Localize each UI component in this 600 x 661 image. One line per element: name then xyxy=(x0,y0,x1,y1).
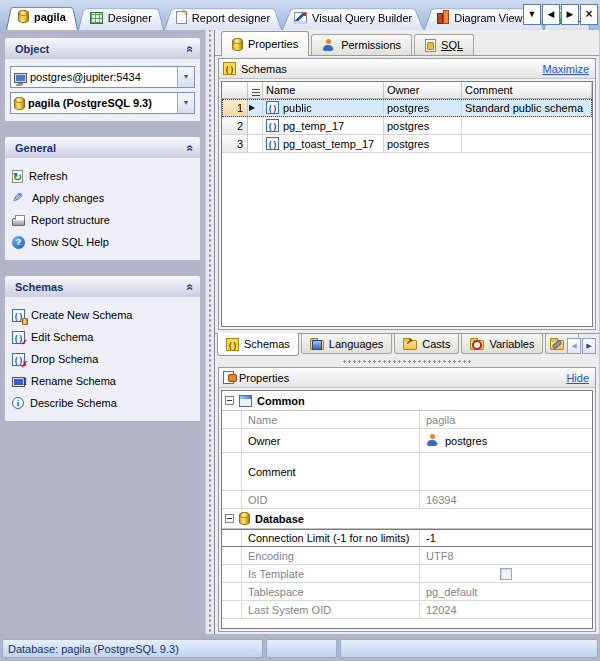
languages-folder-icon xyxy=(310,340,324,350)
refresh-icon xyxy=(12,170,23,183)
tab-properties[interactable]: Properties xyxy=(221,31,309,56)
general-section-header: General « xyxy=(5,137,200,158)
tab-scroll-right-button[interactable]: ▶ xyxy=(561,4,579,25)
row-number-header[interactable] xyxy=(222,82,248,99)
property-row-comment[interactable]: Comment xyxy=(222,453,592,491)
database-icon xyxy=(14,97,25,110)
close-tab-button[interactable]: × xyxy=(580,4,598,25)
tab-schemas[interactable]: Schemas xyxy=(217,333,299,356)
schema-rename-icon xyxy=(12,377,25,387)
category-row-common[interactable]: Common xyxy=(222,391,592,411)
property-row-owner[interactable]: Owner postgres xyxy=(222,429,592,453)
table-row[interactable]: 2 pg_temp_17 postgres xyxy=(222,117,592,135)
schema-icon xyxy=(266,137,279,150)
bottom-tab-scrollers: ◀ ▶ xyxy=(567,338,596,354)
chevron-down-icon[interactable]: ▼ xyxy=(177,93,194,113)
tab-label: Report designer xyxy=(192,6,270,30)
property-row-last-system-oid[interactable]: Last System OID 12024 xyxy=(222,601,592,619)
server-combo[interactable]: postgres@jupiter:5434 ▼ xyxy=(10,66,195,88)
status-database: Database: pagila (PostgreSQL 9.3) xyxy=(2,639,263,658)
column-header-owner[interactable]: Owner xyxy=(384,82,462,99)
database-combo-value: pagila (PostgreSQL 9.3) xyxy=(25,97,177,109)
tab-controls: ▼ ◀ ▶ × xyxy=(523,4,598,25)
section-title: General xyxy=(15,142,187,154)
sidebar-item-drop-schema[interactable]: ✗ Drop Schema xyxy=(10,348,195,370)
table-row[interactable]: 1 ▶ public postgres Standard public sche… xyxy=(222,99,592,117)
tab-label: pagila xyxy=(34,5,66,29)
is-template-checkbox[interactable] xyxy=(500,568,512,580)
hide-link[interactable]: Hide xyxy=(566,372,589,384)
collapse-box-icon[interactable] xyxy=(225,396,234,405)
main-panel: Properties Permissions SQL Schemas Maxim… xyxy=(214,30,600,634)
tab-designer[interactable]: Designer xyxy=(78,5,164,30)
printer-icon xyxy=(12,218,25,226)
collapse-box-icon[interactable] xyxy=(225,514,234,523)
scroll-tabs-right-button[interactable]: ▶ xyxy=(582,338,596,354)
chevron-down-icon[interactable]: ▼ xyxy=(177,67,194,87)
schemas-section-header: Schemas « xyxy=(5,276,200,297)
tab-permissions[interactable]: Permissions xyxy=(311,34,412,55)
help-icon xyxy=(12,236,25,249)
status-segment xyxy=(340,639,598,658)
collapse-chevron-icon[interactable]: « xyxy=(184,144,198,151)
tab-casts[interactable]: Casts xyxy=(394,334,459,354)
query-builder-icon xyxy=(294,12,307,24)
sidebar-item-apply-changes[interactable]: Apply changes xyxy=(10,187,195,209)
panel-splitter[interactable] xyxy=(215,358,599,365)
server-icon xyxy=(14,73,27,83)
sidebar-item-edit-schema[interactable]: ✓ Edit Schema xyxy=(10,326,195,348)
sidebar-splitter[interactable] xyxy=(205,30,214,634)
property-row-is-template[interactable]: Is Template xyxy=(222,565,592,583)
scroll-tabs-left-button[interactable]: ◀ xyxy=(567,338,581,354)
application-window: pagila Designer Report designer Visual Q… xyxy=(0,0,600,661)
general-section: General « Refresh Apply changes Report s… xyxy=(5,137,200,260)
schema-new-icon xyxy=(12,309,25,322)
property-row-oid[interactable]: OID 16394 xyxy=(222,491,592,509)
tab-scroll-left-button[interactable]: ◀ xyxy=(542,4,560,25)
tab-visual-query-builder[interactable]: Visual Query Builder xyxy=(282,5,424,30)
sidebar-item-show-sql-help[interactable]: Show SQL Help xyxy=(10,231,195,253)
sidebar-item-refresh[interactable]: Refresh xyxy=(10,165,195,187)
category-row-database[interactable]: Database xyxy=(222,509,592,529)
column-header-comment[interactable]: Comment xyxy=(462,82,592,99)
schema-icon xyxy=(266,101,279,114)
tab-label: Designer xyxy=(108,6,152,30)
tab-report-designer[interactable]: Report designer xyxy=(164,5,282,30)
schemas-panel-header: Schemas Maximize xyxy=(219,59,595,79)
tab-languages[interactable]: Languages xyxy=(301,334,392,354)
table-row[interactable]: 3 pg_toast_temp_17 postgres xyxy=(222,135,592,153)
panel-title: Properties xyxy=(239,372,561,384)
tab-variables[interactable]: Variables xyxy=(461,334,543,354)
current-row-arrow-icon: ▶ xyxy=(249,103,255,112)
row-indicator-header[interactable] xyxy=(248,82,263,99)
info-icon xyxy=(12,397,24,409)
status-bar: Database: pagila (PostgreSQL 9.3) xyxy=(0,634,600,661)
sidebar-item-describe-schema[interactable]: Describe Schema xyxy=(10,392,195,414)
schema-icon xyxy=(223,62,236,75)
schema-drop-icon: ✗ xyxy=(12,353,25,366)
sidebar-item-report-structure[interactable]: Report structure xyxy=(10,209,195,231)
property-grid: Common Name pagila Owner postgres xyxy=(221,390,593,629)
schemas-panel: Schemas Maximize Name Owner Comment 1 ▶ xyxy=(218,58,596,330)
column-header-name[interactable]: Name xyxy=(263,82,384,99)
sidebar-item-rename-schema[interactable]: Rename Schema xyxy=(10,370,195,392)
schema-icon xyxy=(266,119,279,132)
user-key-icon xyxy=(322,39,336,52)
schemas-grid: Name Owner Comment 1 ▶ public postgres S… xyxy=(221,81,593,327)
property-row-name[interactable]: Name pagila xyxy=(222,411,592,429)
property-row-tablespace[interactable]: Tablespace pg_default xyxy=(222,583,592,601)
property-row-connection-limit[interactable]: Connection Limit (-1 for no limits) -1 xyxy=(222,529,592,547)
schema-edit-icon: ✓ xyxy=(12,331,25,344)
tab-label: Visual Query Builder xyxy=(312,6,412,30)
schema-icon xyxy=(226,338,239,351)
collapse-chevron-icon[interactable]: « xyxy=(184,45,198,52)
tab-pagila[interactable]: pagila xyxy=(6,3,78,30)
property-row-encoding[interactable]: Encoding UTF8 xyxy=(222,547,592,565)
tab-sql[interactable]: SQL xyxy=(414,34,474,55)
collapse-chevron-icon[interactable]: « xyxy=(184,283,198,290)
sidebar-item-create-new-schema[interactable]: Create New Schema xyxy=(10,304,195,326)
diagram-icon xyxy=(436,11,449,24)
database-combo[interactable]: pagila (PostgreSQL 9.3) ▼ xyxy=(10,92,195,114)
maximize-link[interactable]: Maximize xyxy=(543,63,589,75)
tab-list-dropdown-button[interactable]: ▼ xyxy=(523,4,541,25)
